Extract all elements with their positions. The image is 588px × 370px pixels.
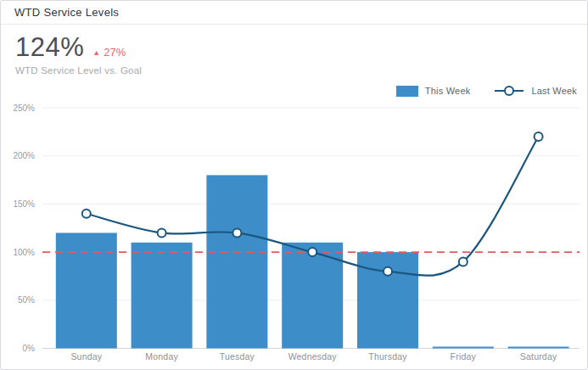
- combo-chart: 0%50%100%150%200%250%SundayMondayTuesday…: [1, 1, 588, 370]
- bar-sunday[interactable]: [56, 233, 117, 348]
- marker-friday[interactable]: [459, 257, 468, 266]
- marker-tuesday[interactable]: [232, 228, 241, 237]
- y-axis-tick-label: 150%: [13, 199, 35, 209]
- y-axis-tick-label: 250%: [13, 104, 35, 113]
- widget-card: WTD Service Levels 124% ▲ 27% WTD Servic…: [0, 0, 588, 370]
- x-axis-label-friday: Friday: [451, 351, 477, 362]
- y-axis-tick-label: 50%: [18, 295, 35, 305]
- marker-thursday[interactable]: [384, 267, 392, 276]
- x-axis-label-saturday: Saturday: [520, 351, 557, 362]
- y-axis-tick-label: 100%: [13, 248, 35, 257]
- marker-wednesday[interactable]: [308, 248, 316, 256]
- bar-saturday[interactable]: [508, 347, 569, 349]
- marker-sunday[interactable]: [82, 210, 91, 218]
- x-axis-label-monday: Monday: [145, 351, 178, 362]
- bar-tuesday[interactable]: [206, 175, 267, 348]
- x-axis-label-wednesday: Wednesday: [288, 351, 338, 362]
- y-axis-tick-label: 200%: [13, 151, 35, 160]
- x-axis-label-sunday: Sunday: [70, 351, 102, 362]
- marker-monday[interactable]: [158, 228, 166, 237]
- y-axis-tick-label: 0%: [23, 344, 36, 353]
- bar-friday[interactable]: [433, 347, 494, 349]
- x-axis-label-thursday: Thursday: [368, 351, 407, 362]
- x-axis-label-tuesday: Tuesday: [220, 351, 255, 362]
- bar-monday[interactable]: [132, 243, 193, 349]
- marker-saturday[interactable]: [535, 132, 543, 141]
